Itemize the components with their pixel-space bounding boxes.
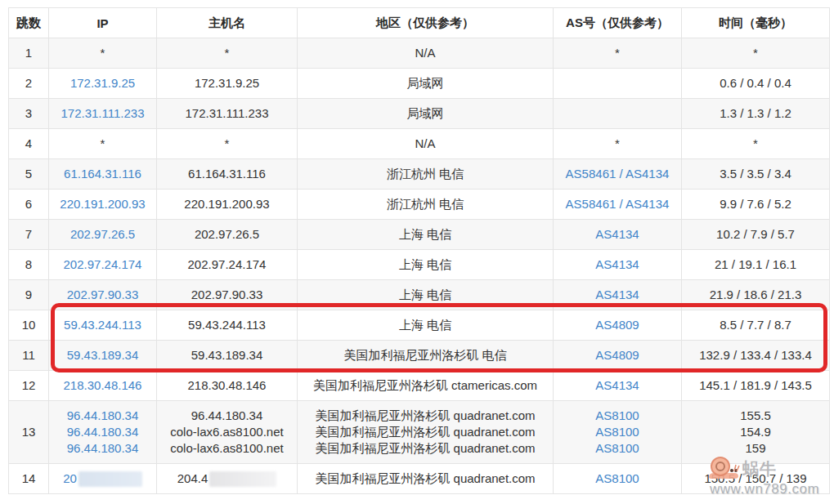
time-cell: 1.3 / 1.3 / 1.2	[682, 99, 830, 129]
region-value: 上海 电信	[399, 318, 451, 332]
hop-cell: 4	[9, 129, 49, 159]
as-value[interactable]: AS4809	[595, 318, 639, 332]
as-value[interactable]: AS4134	[595, 288, 639, 301]
table-row: 3172.31.111.233172.31.111.233局域网1.3 / 1.…	[9, 99, 830, 129]
as-cell: *	[554, 129, 682, 159]
time-value: 1.3 / 1.3 / 1.2	[720, 106, 791, 120]
ip-cell: *	[49, 129, 157, 159]
host-cell: 220.191.200.93	[157, 190, 298, 220]
as-value[interactable]: AS4134	[595, 378, 639, 392]
host-cell: 218.30.48.146	[157, 371, 298, 401]
ip-value[interactable]: 59.43.189.34	[67, 348, 139, 362]
time-value: 155.5	[740, 408, 771, 422]
region-value: 浙江杭州 电信	[387, 197, 464, 211]
hop-value: 9	[25, 288, 32, 301]
region-value: 上海 电信	[399, 288, 451, 301]
ip-value[interactable]: 220.191.200.93	[60, 197, 145, 211]
time-value: 21 / 19.1 / 16.1	[715, 257, 796, 271]
ip-value[interactable]: 202.97.26.5	[70, 227, 135, 241]
host-value: 172.31.111.233	[185, 106, 268, 120]
region-value: 美国加利福尼亚州洛杉矶 quadranet.com	[315, 471, 535, 485]
as-cell: AS8100	[554, 464, 682, 494]
time-cell: 132.9 / 133.4 / 133.4	[682, 341, 830, 371]
as-value[interactable]: AS8100	[595, 408, 639, 422]
time-cell: 21.9 / 18.6 / 21.3	[682, 280, 830, 310]
ip-value[interactable]: 59.43.244.113	[64, 318, 141, 332]
host-cell: *	[157, 38, 298, 69]
host-cell: 202.97.26.5	[157, 220, 298, 250]
time-cell: *	[682, 129, 830, 159]
as-value[interactable]: AS4134	[595, 227, 639, 241]
ip-value[interactable]: 172.31.111.233	[61, 106, 144, 120]
as-cell	[554, 69, 682, 99]
as-cell: AS4809	[554, 310, 682, 341]
as-cell	[554, 99, 682, 129]
hop-value: 7	[25, 227, 32, 241]
region-cell: N/A	[298, 38, 554, 69]
host-value: 96.44.180.34	[191, 408, 263, 422]
host-value: *	[225, 136, 230, 150]
as-value[interactable]: AS8100	[595, 471, 639, 485]
time-value: 10.2 / 7.9 / 5.7	[716, 227, 795, 241]
column-header-asn: AS号（仅供参考）	[554, 8, 682, 38]
column-header-time: 时间（毫秒）	[682, 8, 830, 38]
region-value: 美国加利福尼亚州洛杉矶 quadranet.com	[315, 425, 535, 439]
as-cell: AS4134	[554, 250, 682, 280]
as-value[interactable]: AS4134	[595, 257, 639, 271]
region-cell: N/A	[298, 129, 554, 159]
host-value: 59.43.244.113	[188, 318, 266, 332]
time-value: *	[753, 46, 758, 60]
ip-cell: 59.43.189.34	[49, 341, 157, 371]
as-value[interactable]: AS4809	[595, 348, 639, 362]
column-header-region: 地区（仅供参考）	[298, 8, 554, 38]
hop-value: 10	[22, 318, 36, 332]
hop-cell: 13	[9, 401, 49, 464]
table-row: 1420204.4美国加利福尼亚州洛杉矶 quadranet.comAS8100…	[9, 464, 830, 494]
region-value: 局域网	[407, 106, 444, 120]
ip-value[interactable]: 218.30.48.146	[64, 378, 142, 392]
hop-value: 11	[22, 348, 35, 362]
table-row: 8202.97.24.174202.97.24.174上海 电信AS413421…	[9, 250, 830, 280]
ip-value[interactable]: 20	[63, 471, 77, 485]
table-row: 9202.97.90.33202.97.90.33上海 电信AS413421.9…	[9, 280, 830, 310]
as-value[interactable]: AS8100	[595, 425, 639, 439]
host-value: 220.191.200.93	[184, 197, 269, 211]
as-cell: AS8100AS8100AS8100	[554, 401, 682, 464]
ip-cell: 172.31.9.25	[49, 69, 157, 99]
traceroute-table: 跳数 IP 主机名 地区（仅供参考） AS号（仅供参考） 时间（毫秒） 1**N…	[8, 7, 830, 494]
region-cell: 上海 电信	[298, 310, 554, 341]
time-value: 8.5 / 7.7 / 8.7	[720, 318, 791, 332]
region-value: 美国加利福尼亚州洛杉矶 quadranet.com	[315, 441, 535, 455]
ip-value[interactable]: 96.44.180.34	[67, 408, 139, 422]
censored-blur	[209, 471, 276, 487]
ip-value[interactable]: 96.44.180.34	[67, 425, 139, 439]
as-value[interactable]: AS58461 / AS4134	[566, 167, 670, 181]
time-cell: 9.9 / 7.6 / 5.2	[682, 190, 830, 220]
as-value[interactable]: AS58461 / AS4134	[566, 197, 670, 211]
time-value: 9.9 / 7.6 / 5.2	[720, 197, 791, 211]
time-value: 0.6 / 0.4 / 0.4	[720, 76, 791, 90]
host-cell: 172.31.9.25	[157, 69, 298, 99]
time-cell: 10.2 / 7.9 / 5.7	[682, 220, 830, 250]
as-cell: AS4134	[554, 371, 682, 401]
host-cell: 202.97.90.33	[157, 280, 298, 310]
region-value: 美国加利福尼亚州洛杉矶 quadranet.com	[315, 408, 535, 422]
time-value: 150.5 / 150.7 / 139	[704, 471, 806, 485]
as-cell: *	[554, 38, 682, 69]
time-cell: 0.6 / 0.4 / 0.4	[682, 69, 830, 99]
region-value: 美国加利福尼亚州洛杉矶 电信	[343, 348, 506, 362]
as-value[interactable]: AS8100	[595, 441, 639, 455]
ip-value[interactable]: 172.31.9.25	[70, 76, 135, 90]
hop-value: 12	[22, 378, 36, 392]
ip-value[interactable]: 202.97.24.174	[64, 257, 142, 271]
region-value: N/A	[415, 46, 435, 60]
region-value: 美国加利福尼亚州洛杉矶 ctamericas.com	[313, 378, 537, 392]
ip-cell: 202.97.90.33	[49, 280, 157, 310]
ip-value[interactable]: 61.164.31.116	[64, 167, 141, 181]
ip-value[interactable]: 202.97.90.33	[67, 288, 139, 301]
as-cell: AS4809	[554, 341, 682, 371]
time-cell: 8.5 / 7.7 / 8.7	[682, 310, 830, 341]
ip-value[interactable]: 96.44.180.34	[67, 441, 139, 455]
region-cell: 上海 电信	[298, 280, 554, 310]
host-value: 59.43.189.34	[191, 348, 263, 362]
